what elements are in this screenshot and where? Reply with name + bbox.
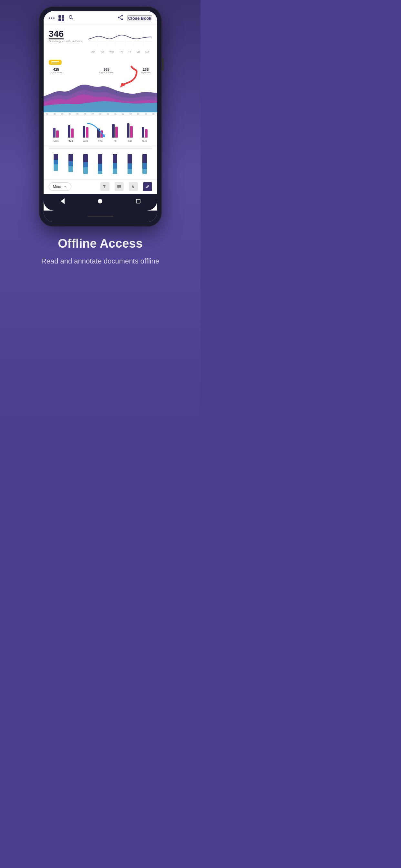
stacked-bar-0 xyxy=(54,154,58,174)
line-chart-section: 346 Daily changes in traffic and sales xyxy=(43,25,157,56)
bar-label-tue: Tue xyxy=(68,140,73,143)
stat-number: 346 xyxy=(49,29,64,39)
bar-tue-purple xyxy=(68,125,70,137)
top-toolbar: Close Book xyxy=(43,11,157,25)
pen-icon xyxy=(145,184,150,189)
annotation-box xyxy=(49,60,62,65)
bar-label-fri: Fri xyxy=(113,140,116,143)
bar-label-wed: Wed xyxy=(83,140,88,143)
svg-marker-16 xyxy=(118,188,119,189)
bar-label-mon: Mon xyxy=(54,140,59,143)
svg-rect-20 xyxy=(136,199,140,203)
bottom-toolbar: Mine T xyxy=(43,179,157,194)
bar-group-fri: Fri xyxy=(112,124,118,143)
phone-device: Close Book 346 Daily changes in traffic … xyxy=(39,6,162,227)
day-label-thu: Thu xyxy=(120,51,123,53)
svg-point-0 xyxy=(69,16,72,19)
bar-label-thu: Thu xyxy=(98,140,103,143)
more-options-icon[interactable] xyxy=(49,18,55,19)
footer-section: Offline Access Read and annotate documen… xyxy=(28,237,172,279)
blue-arrow-annotation xyxy=(81,122,110,139)
stacked-bar-5 xyxy=(127,154,132,174)
bar-group-mon: Mon xyxy=(53,128,59,143)
bar-group-tue: Tue xyxy=(68,125,73,143)
day-label-wed: Wed xyxy=(110,51,114,53)
home-indicator-area xyxy=(43,211,157,222)
svg-text:T: T xyxy=(103,185,105,189)
stacked-bar-section xyxy=(43,145,157,179)
toolbar-right: Close Book xyxy=(117,14,152,22)
svg-line-2 xyxy=(120,18,121,19)
side-button xyxy=(162,58,164,71)
toolbar-icons: T A xyxy=(100,182,152,191)
back-icon xyxy=(60,198,65,204)
digital-sales-value: 425 xyxy=(50,67,63,71)
search-icon[interactable] xyxy=(68,14,74,22)
bar-pair-tue xyxy=(68,125,73,137)
line-chart-svg xyxy=(88,29,152,49)
day-label-tue: Tue xyxy=(100,51,104,53)
digital-sales-label: Digital Sales xyxy=(50,71,63,73)
recents-icon xyxy=(136,199,141,204)
expenses-value: 268 xyxy=(141,67,151,71)
text-tool-button[interactable]: T xyxy=(100,182,110,191)
svg-marker-18 xyxy=(61,198,65,204)
bar-sun-purple xyxy=(142,127,144,137)
stacked-bar-4 xyxy=(113,154,117,174)
bar-pair-fri xyxy=(112,124,118,137)
svg-rect-15 xyxy=(117,185,121,188)
annotation-line-1 xyxy=(51,61,59,62)
bar-group-sun: Sun xyxy=(142,127,148,143)
recents-button[interactable] xyxy=(136,199,141,205)
bar-sun-pink xyxy=(145,129,148,137)
grid-view-icon[interactable] xyxy=(58,15,64,21)
bar-pair-sun xyxy=(142,127,148,137)
close-book-button[interactable]: Close Book xyxy=(127,15,152,21)
text-tool-icon: T xyxy=(102,184,107,189)
mine-button[interactable]: Mine xyxy=(49,182,71,191)
highlight-icon: A xyxy=(131,184,136,189)
svg-text:A: A xyxy=(131,185,134,189)
bar-fri-purple xyxy=(112,124,115,137)
svg-line-3 xyxy=(120,16,121,17)
back-button[interactable] xyxy=(60,198,65,206)
area-label-physical: 365 Physical Sales xyxy=(99,67,114,73)
stacked-bar-container xyxy=(49,148,152,174)
chevron-up-icon xyxy=(63,185,67,189)
bar-fri-pink xyxy=(115,127,118,137)
bar-sat-pink xyxy=(130,126,133,137)
blue-arrow-svg xyxy=(81,122,110,138)
area-chart-svg xyxy=(43,73,157,113)
home-indicator xyxy=(88,216,113,217)
app-background: Close Book 346 Daily changes in traffic … xyxy=(0,0,201,434)
expenses-label: Expenses xyxy=(141,71,151,73)
comment-tool-button[interactable] xyxy=(115,182,124,191)
annotation-lines xyxy=(51,61,59,63)
bar-group-sat: Sat xyxy=(127,123,133,143)
day-labels: Mon Tue Wed Thu Fri Sat Sun xyxy=(88,50,152,54)
bar-sat-purple xyxy=(127,123,129,137)
offline-title: Offline Access xyxy=(41,237,159,251)
area-chart-section: 425 Digital Sales 365 Physical Sales 268… xyxy=(43,56,157,116)
bar-mon-purple xyxy=(53,128,56,137)
highlight-tool-button[interactable]: A xyxy=(129,182,138,191)
day-label-sun: Sun xyxy=(145,51,149,53)
stacked-bar-3 xyxy=(98,154,102,174)
share-icon[interactable] xyxy=(117,14,124,22)
bar-label-sun: Sun xyxy=(142,140,147,143)
phone-screen: Close Book 346 Daily changes in traffic … xyxy=(43,11,157,222)
stacked-bar-1 xyxy=(68,154,73,174)
stat-label: Daily changes in traffic and sales xyxy=(49,40,82,42)
mine-label: Mine xyxy=(53,184,61,189)
pen-tool-button[interactable] xyxy=(143,182,152,191)
toolbar-left xyxy=(49,14,74,22)
home-button[interactable] xyxy=(97,198,103,205)
bar-chart-section: Mon Tue xyxy=(43,116,157,145)
area-chart-wrapper xyxy=(43,73,157,113)
bar-mon-pink xyxy=(56,130,59,137)
bar-pair-sat xyxy=(127,123,133,137)
bar-tue-pink xyxy=(71,128,73,137)
area-label-digital: 425 Digital Sales xyxy=(50,67,63,73)
phone-nav-bar xyxy=(43,194,157,211)
offline-description: Read and annotate documents offline xyxy=(41,256,159,267)
